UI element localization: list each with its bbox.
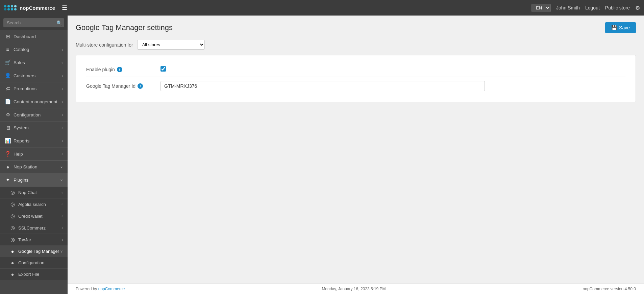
chevron-left-icon: ‹: [61, 100, 63, 104]
sidebar: 🔍 ⊞ Dashboard ≡ Catalog ‹ 🛒 Sales ‹: [0, 16, 68, 294]
enable-plugin-checkbox[interactable]: [160, 66, 166, 72]
public-store-button[interactable]: Public store: [605, 5, 630, 10]
settings-gear-icon[interactable]: ⚙: [635, 5, 640, 11]
sidebar-item-label: Customers: [14, 73, 35, 78]
chevron-left-icon: ‹: [61, 190, 63, 194]
promotions-icon: 🏷: [5, 86, 11, 91]
chevron-left-icon: ‹: [61, 152, 63, 156]
top-navbar: nopCommerce ☰ EN John Smith Logout Publi…: [0, 0, 644, 16]
enable-plugin-row: Enable plugin i: [86, 62, 625, 77]
nop-chat-icon: ◎: [9, 189, 16, 195]
search-wrapper: 🔍: [3, 18, 64, 27]
enable-plugin-help-icon[interactable]: i: [117, 67, 122, 72]
multistore-select[interactable]: All stores: [137, 40, 205, 50]
sidebar-item-label: Nop Station: [14, 164, 38, 169]
chevron-down-icon: ∨: [60, 249, 63, 253]
sidebar-item-help[interactable]: ❓ Help ‹: [0, 148, 68, 161]
catalog-icon: ≡: [5, 47, 11, 52]
navbar-right: EN John Smith Logout Public store ⚙: [531, 4, 640, 12]
gtm-id-help-icon[interactable]: i: [138, 83, 143, 89]
sidebar-item-label: System: [14, 125, 29, 130]
reports-icon: 📊: [5, 138, 11, 144]
chevron-left-icon: ‹: [61, 74, 63, 78]
sidebar-item-content-management[interactable]: 📄 Content management ‹: [0, 95, 68, 108]
sidebar-sub-item-label: Nop Chat: [18, 190, 37, 195]
sidebar-item-plugins[interactable]: ✦ Plugins ∨: [0, 173, 68, 187]
chevron-left-icon: ‹: [61, 48, 63, 52]
search-input[interactable]: [3, 18, 64, 27]
chevron-down-icon: ∨: [60, 178, 63, 182]
logo-dots: [4, 5, 17, 10]
page-header: Google Tag Manager settings 💾 Save: [76, 22, 636, 33]
logout-button[interactable]: Logout: [585, 5, 600, 10]
export-icon: ●: [9, 271, 16, 277]
sidebar-item-reports[interactable]: 📊 Reports ‹: [0, 134, 68, 148]
sidebar-item-system[interactable]: 🖥 System ‹: [0, 122, 68, 134]
logo-text: nopCommerce: [20, 5, 55, 11]
sidebar-item-sslcommerz[interactable]: ◎ SSLCommerz ‹: [0, 222, 68, 234]
gtm-icon: ●: [9, 248, 16, 254]
logo: nopCommerce: [4, 5, 55, 11]
gtm-id-input[interactable]: [160, 81, 485, 91]
content-icon: 📄: [5, 99, 11, 105]
save-label: Save: [619, 25, 630, 30]
footer-link[interactable]: nopCommerce: [98, 287, 125, 291]
save-button[interactable]: 💾 Save: [605, 22, 636, 33]
sidebar-item-google-tag-manager[interactable]: ● Google Tag Manager ∨: [0, 246, 68, 257]
sidebar-item-label: Reports: [14, 138, 29, 143]
sidebar-item-label: Plugins: [14, 178, 28, 183]
sidebar-item-nop-station[interactable]: ● Nop Station ∨: [0, 161, 68, 173]
sidebar-sub-item-label: Configuration: [18, 260, 44, 265]
plugins-icon: ✦: [5, 177, 11, 183]
navbar-left: nopCommerce ☰: [4, 3, 70, 13]
sidebar-item-label: Dashboard: [14, 34, 36, 39]
ssl-icon: ◎: [9, 225, 16, 231]
sidebar-item-sales[interactable]: 🛒 Sales ‹: [0, 56, 68, 69]
system-icon: 🖥: [5, 125, 11, 131]
chevron-left-icon: ‹: [61, 87, 63, 91]
sidebar-item-label: Help: [14, 152, 23, 157]
chevron-left-icon: ‹: [61, 60, 63, 64]
language-select[interactable]: EN: [531, 4, 551, 12]
nop-station-icon: ●: [5, 164, 11, 170]
sidebar-item-label: Promotions: [14, 86, 36, 91]
hamburger-button[interactable]: ☰: [59, 3, 70, 13]
sidebar-item-catalog[interactable]: ≡ Catalog ‹: [0, 43, 68, 56]
sidebar-sub-item-label: Algolia search: [18, 202, 46, 207]
sidebar-item-dashboard[interactable]: ⊞ Dashboard: [0, 30, 68, 43]
gtm-id-row: Google Tag Manager Id i: [86, 77, 625, 95]
chevron-left-icon: ‹: [61, 113, 63, 117]
sidebar-item-label: Configuration: [14, 112, 41, 117]
sidebar-item-configuration[interactable]: ⚙ Configuration ‹: [0, 108, 68, 122]
sidebar-item-taxjar[interactable]: ◎ TaxJar ‹: [0, 234, 68, 246]
config-sub-icon: ●: [9, 260, 16, 266]
sidebar-item-nop-chat[interactable]: ◎ Nop Chat ‹: [0, 187, 68, 198]
chevron-down-icon: ∨: [60, 165, 63, 169]
sidebar-item-export-file[interactable]: ● Export File: [0, 269, 68, 280]
sidebar-item-credit-wallet[interactable]: ◎ Credit wallet ‹: [0, 210, 68, 222]
multistore-bar: Multi-store configuration for All stores: [76, 40, 636, 50]
customers-icon: 👤: [5, 73, 11, 79]
sidebar-item-algolia-search[interactable]: ◎ Algolia search ‹: [0, 198, 68, 210]
help-icon: ❓: [5, 151, 11, 157]
sidebar-sub-item-label: Google Tag Manager: [18, 249, 59, 254]
sidebar-sub-item-label: Credit wallet: [18, 214, 43, 219]
sidebar-item-label: Content management: [14, 99, 57, 104]
chevron-left-icon: ‹: [61, 238, 63, 242]
sidebar-item-promotions[interactable]: 🏷 Promotions ‹: [0, 82, 68, 95]
chevron-left-icon: ‹: [61, 139, 63, 143]
search-icon[interactable]: 🔍: [56, 20, 62, 26]
content-main: Google Tag Manager settings 💾 Save Multi…: [68, 16, 644, 284]
content-area: Google Tag Manager settings 💾 Save Multi…: [68, 16, 644, 294]
sidebar-item-label: Catalog: [14, 47, 29, 52]
footer-version: nopCommerce version 4.50.0: [583, 287, 636, 291]
multistore-label: Multi-store configuration for: [76, 42, 133, 48]
taxjar-icon: ◎: [9, 237, 16, 243]
sidebar-sub-item-label: TaxJar: [18, 237, 31, 242]
chevron-left-icon: ‹: [61, 214, 63, 218]
chevron-left-icon: ‹: [61, 202, 63, 206]
gtm-id-value: [160, 81, 625, 91]
sidebar-item-configuration-sub[interactable]: ● Configuration: [0, 257, 68, 269]
config-icon: ⚙: [5, 112, 11, 118]
sidebar-item-customers[interactable]: 👤 Customers ‹: [0, 69, 68, 82]
